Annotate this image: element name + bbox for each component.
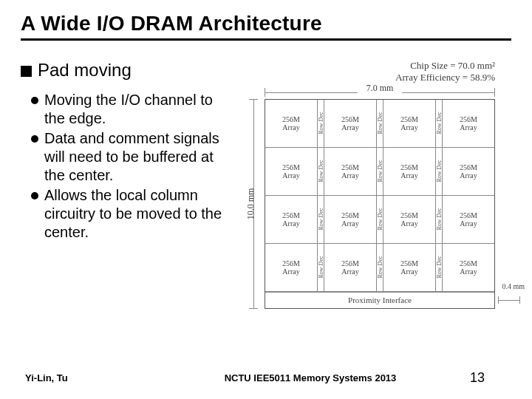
array-cell-label: 256MArray (341, 163, 359, 180)
array-cell: 256MArray (443, 244, 494, 291)
width-dimension: 7.0 mm (265, 86, 495, 99)
array-cell: 256MArray (383, 196, 436, 243)
array-cell: 256MArray (324, 244, 377, 291)
array-cell: 256MArray (265, 100, 318, 147)
row-decoder-strip: Row Dec (377, 196, 383, 243)
chip-floorplan: 10.0 mm 256MArrayRow Dec256MArrayRow Dec… (265, 99, 495, 309)
array-cell: 256MArray (443, 196, 494, 243)
array-cell-label: 256MArray (282, 259, 300, 276)
chip-row: 256MArrayRow Dec256MArrayRow Dec256MArra… (265, 244, 494, 292)
title-underline (21, 38, 511, 41)
row-decoder-strip: Row Dec (377, 148, 383, 195)
bullet-item: Moving the I/O channel to the edge. (31, 91, 235, 128)
proximity-interface: Proximity Interface (265, 292, 494, 308)
array-cell: 256MArray (443, 100, 494, 147)
array-cell: 256MArray (265, 244, 318, 291)
row-decoder-strip: Row Dec (436, 196, 443, 243)
section-heading-text: Pad moving (38, 60, 132, 81)
array-cell: 256MArray (383, 148, 436, 195)
row-decoder-strip: Row Dec (377, 244, 383, 291)
prox-gap-label: 0.4 mm (502, 282, 525, 290)
prox-gap-dimension: 0.4 mm (498, 293, 520, 309)
footer-author: Yi-Lin, Tu (25, 372, 158, 383)
row-decoder-strip: Row Dec (318, 100, 324, 147)
array-cell-label: 256MArray (341, 259, 359, 276)
array-cell-label: 256MArray (400, 211, 418, 228)
bullet-item: Data and comment signals will need to be… (31, 129, 235, 185)
array-cell: 256MArray (383, 100, 436, 147)
array-cell: 256MArray (265, 196, 318, 243)
chip-row: 256MArrayRow Dec256MArrayRow Dec256MArra… (265, 196, 494, 244)
height-dimension: 10.0 mm (247, 99, 260, 309)
array-cell: 256MArray (383, 244, 436, 291)
array-cell-label: 256MArray (282, 115, 300, 132)
array-cell-label: 256MArray (400, 163, 418, 180)
row-decoder-strip: Row Dec (318, 244, 324, 291)
array-cell-label: 256MArray (460, 163, 477, 180)
chip-metadata: Chip Size = 70.0 mm² Array Efficiency = … (242, 60, 525, 84)
array-cell-label: 256MArray (400, 259, 418, 276)
slide-title: A Wide I/O DRAM Architecture (21, 12, 511, 35)
row-decoder-strip: Row Dec (436, 148, 443, 195)
array-cell: 256MArray (324, 100, 377, 147)
text-column: Pad moving Moving the I/O channel to the… (21, 60, 242, 309)
footer-page-number: 13 (463, 370, 507, 386)
array-cell-label: 256MArray (341, 115, 359, 132)
array-cell-label: 256MArray (460, 211, 477, 228)
row-decoder-strip: Row Dec (377, 100, 383, 147)
array-cell: 256MArray (324, 148, 377, 195)
bullet-item: Allows the local column circuitry to be … (31, 186, 235, 242)
footer-course: NCTU IEE5011 Memory Systems 2013 (158, 372, 463, 383)
row-decoder-strip: Row Dec (436, 244, 443, 291)
array-cell-label: 256MArray (460, 259, 477, 276)
row-decoder-strip: Row Dec (318, 196, 324, 243)
slide-footer: Yi-Lin, Tu NCTU IEE5011 Memory Systems 2… (0, 370, 532, 386)
array-cell-label: 256MArray (460, 115, 477, 132)
chip-row: 256MArrayRow Dec256MArrayRow Dec256MArra… (265, 100, 494, 148)
array-cell-label: 256MArray (400, 115, 418, 132)
array-cell: 256MArray (265, 148, 318, 195)
bullet-list: Moving the I/O channel to the edge. Data… (21, 91, 235, 242)
array-cell-label: 256MArray (341, 211, 359, 228)
row-decoder-strip: Row Dec (318, 148, 324, 195)
square-bullet-icon (21, 66, 32, 77)
height-dimension-label: 10.0 mm (245, 188, 256, 219)
chip-row: 256MArrayRow Dec256MArrayRow Dec256MArra… (265, 148, 494, 196)
section-heading: Pad moving (21, 60, 235, 81)
chip-grid: 256MArrayRow Dec256MArrayRow Dec256MArra… (265, 99, 495, 309)
array-cell-label: 256MArray (282, 211, 300, 228)
row-decoder-strip: Row Dec (436, 100, 443, 147)
array-cell: 256MArray (324, 196, 377, 243)
array-cell-label: 256MArray (282, 163, 300, 180)
array-cell: 256MArray (443, 148, 494, 195)
chip-size-text: Chip Size = 70.0 mm² (242, 60, 495, 72)
width-dimension-label: 7.0 mm (358, 83, 402, 94)
figure-column: Chip Size = 70.0 mm² Array Efficiency = … (242, 60, 525, 309)
